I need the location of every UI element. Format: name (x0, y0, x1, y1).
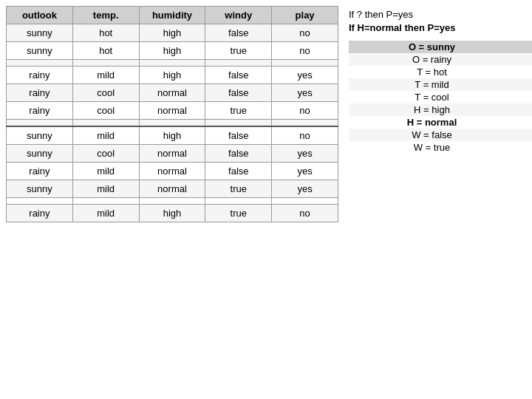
table-cell (205, 120, 272, 127)
table-cell: rainy (7, 163, 73, 180)
stat-label: H = normal (349, 116, 515, 129)
if-block: If ? then P=yes If H=normal then P=yes (349, 9, 532, 33)
table-cell (7, 120, 73, 127)
table-cell: yes (272, 145, 338, 163)
table-cell: high (139, 42, 205, 60)
table-cell: yes (272, 84, 338, 102)
stats-row: W = true1/4 (349, 141, 532, 154)
table-cell: true (205, 205, 272, 222)
table-cell: normal (139, 145, 205, 163)
table-cell (205, 60, 272, 66)
stat-label: O = rainy (349, 53, 515, 66)
data-table-section: outlooktemp.humiditywindyplaysunnyhothig… (6, 6, 338, 222)
table-header: play (272, 7, 338, 24)
stat-value: 2/3 (515, 91, 532, 103)
table-cell: sunny (7, 24, 73, 42)
stats-row: O = sunny2/5 (349, 41, 532, 53)
info-section: If ? then P=yes If H=normal then P=yes O… (346, 6, 532, 183)
table-row: rainymildhighfalseyes (7, 66, 338, 84)
table-cell: false (205, 126, 272, 145)
if-line2: If H=normal then P=yes (349, 22, 532, 33)
table-cell (72, 198, 139, 205)
stat-value: 2/5 (515, 41, 532, 53)
table-cell: sunny (7, 145, 73, 163)
table-cell: mild (72, 163, 139, 180)
stat-value: 0/2 (515, 66, 532, 78)
table-cell (139, 120, 205, 127)
stat-value: 1/5 (515, 103, 532, 116)
table-cell: yes (272, 66, 338, 84)
table-cell: hot (72, 42, 139, 60)
table-cell (139, 198, 205, 205)
table-cell: sunny (7, 42, 73, 60)
table-cell: yes (272, 180, 338, 198)
table-cell (72, 120, 139, 127)
table-cell: false (205, 66, 272, 84)
table-cell: cool (72, 102, 139, 120)
table-cell: high (139, 126, 205, 145)
table-cell: cool (72, 84, 139, 102)
table-cell: sunny (7, 126, 73, 145)
stats-row: W = false4/6 (349, 129, 532, 141)
if-line1: If ? then P=yes (349, 9, 532, 20)
table-cell (272, 60, 338, 66)
stat-label: O = sunny (349, 41, 515, 53)
stats-row: O = rainy3/5 (349, 53, 532, 66)
table-header: temp. (72, 7, 139, 24)
table-cell (272, 120, 338, 127)
table-cell (7, 60, 73, 66)
stat-value: 4/5 (515, 116, 532, 129)
table-cell: normal (139, 163, 205, 180)
table-cell: no (272, 126, 338, 145)
table-cell: false (205, 24, 272, 42)
stats-table: O = sunny2/5O = rainy3/5T = hot0/2T = mi… (349, 41, 532, 154)
stat-value: 3/5 (515, 53, 532, 66)
table-cell: mild (72, 66, 139, 84)
table-row (7, 60, 338, 66)
table-cell: true (205, 102, 272, 120)
table-cell: rainy (7, 102, 73, 120)
table-cell: no (272, 102, 338, 120)
table-cell: cool (72, 145, 139, 163)
table-cell (205, 198, 272, 205)
table-header: humidity (139, 7, 205, 24)
table-row: sunnycoolnormalfalseyes (7, 145, 338, 163)
stat-label: T = cool (349, 91, 515, 103)
table-cell: rainy (7, 66, 73, 84)
table-cell: no (272, 42, 338, 60)
table-cell: rainy (7, 84, 73, 102)
stat-value: 1/4 (515, 141, 532, 154)
table-cell: no (272, 24, 338, 42)
table-row (7, 120, 338, 127)
table-cell: false (205, 163, 272, 180)
table-row: sunnyhothightrueno (7, 42, 338, 60)
table-header: windy (205, 7, 272, 24)
table-cell: high (139, 66, 205, 84)
table-cell (72, 60, 139, 66)
table-cell (139, 60, 205, 66)
table-row: sunnymildhighfalseno (7, 126, 338, 145)
table-cell: mild (72, 180, 139, 198)
table-cell: hot (72, 24, 139, 42)
table-row: sunnymildnormaltrueyes (7, 180, 338, 198)
table-cell: mild (72, 205, 139, 222)
table-row: rainymildhightrueno (7, 205, 338, 222)
table-header: outlook (7, 7, 73, 24)
stat-label: T = hot (349, 66, 515, 78)
table-cell: high (139, 205, 205, 222)
decision-table: outlooktemp.humiditywindyplaysunnyhothig… (6, 6, 338, 222)
table-row: rainycoolnormaltrueno (7, 102, 338, 120)
stats-row: T = cool2/3 (349, 91, 532, 103)
stat-label: W = false (349, 129, 515, 141)
table-cell (7, 198, 73, 205)
table-row: rainycoolnormalfalseyes (7, 84, 338, 102)
table-cell (272, 198, 338, 205)
example-label: example: PRISM (349, 168, 532, 180)
stat-label: H = high (349, 103, 515, 116)
stat-label: T = mild (349, 78, 515, 91)
table-row: rainymildnormalfalseyes (7, 163, 338, 180)
table-cell: true (205, 42, 272, 60)
table-cell: yes (272, 163, 338, 180)
stats-row: H = high1/5 (349, 103, 532, 116)
table-cell: false (205, 84, 272, 102)
